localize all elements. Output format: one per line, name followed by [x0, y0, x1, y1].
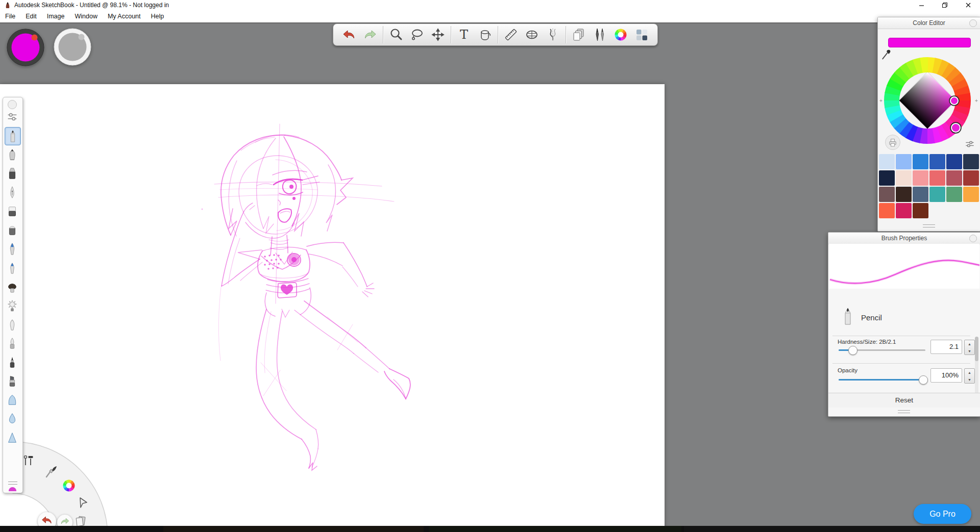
- layers-button[interactable]: [570, 26, 588, 44]
- brush-pencil[interactable]: [5, 127, 21, 145]
- brush-ballpoint-pen[interactable]: [5, 335, 20, 352]
- swatch-r4c3[interactable]: [913, 203, 928, 218]
- zoom-button[interactable]: [387, 26, 405, 44]
- ellipse-guide-button[interactable]: [523, 26, 541, 44]
- swatch-r3c5[interactable]: [946, 187, 962, 202]
- brush-puck[interactable]: [54, 29, 91, 65]
- reset-button[interactable]: Reset: [828, 393, 980, 408]
- printer-icon[interactable]: [885, 135, 900, 150]
- brush-fluffy-brush[interactable]: [5, 278, 20, 295]
- swatch-r2c3[interactable]: [913, 170, 928, 186]
- hardness-slider[interactable]: [839, 349, 925, 351]
- undo-button[interactable]: [340, 26, 358, 44]
- lagoon-cursor-icon[interactable]: [75, 495, 90, 511]
- color-editor-collapse-button[interactable]: [969, 19, 977, 27]
- hardness-label: Hardness/Size: 2B/2.1: [838, 339, 896, 345]
- swatch-r2c1[interactable]: [879, 170, 895, 186]
- brush-inking-pen[interactable]: [5, 184, 20, 201]
- stepper-up-icon[interactable]: ▲: [965, 369, 974, 376]
- swatch-r1c5[interactable]: [946, 154, 962, 169]
- swatch-r1c6[interactable]: [963, 154, 979, 169]
- divider: [832, 363, 970, 364]
- wheel-tick-right: +: [975, 98, 978, 104]
- redo-button[interactable]: [361, 26, 379, 44]
- sketchbook-logo-icon: [4, 2, 11, 9]
- swatch-r1c1[interactable]: [879, 154, 895, 169]
- swatch-r4c1[interactable]: [879, 203, 895, 218]
- brush-soft-eraser[interactable]: [5, 221, 20, 239]
- brush-marker[interactable]: [5, 165, 20, 182]
- brush-properties-resize-grip[interactable]: [898, 410, 910, 413]
- swatch-r2c6[interactable]: [963, 170, 979, 186]
- swatch-r4c2[interactable]: [896, 203, 912, 218]
- drawing-canvas[interactable]: [0, 84, 665, 528]
- brush-fine-liner[interactable]: [5, 353, 20, 371]
- minimize-button[interactable]: [910, 0, 933, 10]
- palette-resize-grip[interactable]: [8, 482, 17, 485]
- brush-flat-wet-brush[interactable]: [5, 240, 20, 258]
- color-sliders-icon[interactable]: [964, 138, 976, 152]
- menu-image[interactable]: Image: [42, 10, 70, 22]
- swatch-r2c2[interactable]: [896, 170, 912, 186]
- swatch-r1c2[interactable]: [896, 154, 912, 169]
- brush-water-blend[interactable]: [5, 410, 20, 427]
- opacity-slider[interactable]: [839, 379, 925, 381]
- opacity-slider-thumb[interactable]: [919, 375, 928, 385]
- saturation-selector[interactable]: [950, 96, 959, 105]
- brush-smudge-brush[interactable]: [5, 316, 20, 333]
- hardness-stepper[interactable]: ▲ ▼: [964, 340, 975, 355]
- restore-button[interactable]: [933, 0, 957, 10]
- brush-properties-collapse-button[interactable]: [969, 235, 977, 242]
- color-editor-resize-grip[interactable]: [923, 224, 935, 227]
- swatch-r3c6[interactable]: [963, 187, 979, 202]
- current-color-swatch[interactable]: [888, 38, 971, 47]
- text-button[interactable]: T: [455, 26, 473, 44]
- go-pro-button[interactable]: Go Pro: [914, 504, 971, 524]
- opacity-stepper[interactable]: ▲ ▼: [964, 368, 975, 384]
- swatch-r2c4[interactable]: [929, 170, 945, 186]
- brushes-button[interactable]: [591, 26, 609, 44]
- swatch-r1c4[interactable]: [929, 154, 945, 169]
- swatch-r3c2[interactable]: [896, 187, 912, 202]
- lagoon-tools-icon[interactable]: [20, 453, 36, 469]
- menu-help[interactable]: Help: [146, 10, 169, 22]
- lagoon-color-wheel-icon[interactable]: [61, 478, 77, 493]
- brush-properties-scrollbar[interactable]: [975, 337, 978, 394]
- swatch-r3c3[interactable]: [913, 187, 928, 202]
- hue-selector[interactable]: [951, 123, 961, 133]
- brush-chisel-marker[interactable]: [5, 372, 20, 390]
- menu-window[interactable]: Window: [69, 10, 102, 22]
- brush-airbrush[interactable]: [5, 146, 20, 163]
- hardness-slider-thumb[interactable]: [848, 346, 857, 355]
- close-button[interactable]: [957, 0, 980, 10]
- stepper-down-icon[interactable]: ▼: [965, 376, 974, 383]
- color-puck[interactable]: [7, 29, 44, 66]
- stepper-up-icon[interactable]: ▲: [965, 340, 974, 347]
- swatch-r3c1[interactable]: [879, 187, 895, 202]
- menu-my-account[interactable]: My Account: [103, 10, 146, 22]
- move-button[interactable]: [429, 26, 447, 44]
- lasso-button[interactable]: [408, 26, 426, 44]
- brush-triangle-smear[interactable]: [5, 429, 20, 446]
- brush-brush-settings[interactable]: [5, 108, 20, 125]
- brush-round-smear[interactable]: [5, 391, 20, 409]
- swatch-r1c3[interactable]: [913, 154, 928, 169]
- swatch-r3c4[interactable]: [929, 187, 945, 202]
- french-curve-button[interactable]: [544, 26, 562, 44]
- fill-bucket-button[interactable]: [476, 26, 494, 44]
- hardness-value-field[interactable]: 2.1: [930, 340, 962, 354]
- menu-file[interactable]: File: [0, 10, 20, 22]
- opacity-value-field[interactable]: 100%: [930, 368, 962, 383]
- color-wheel-button[interactable]: [611, 26, 630, 44]
- lagoon-paintbrush-icon[interactable]: [43, 464, 59, 479]
- title-bar: Autodesk SketchBook - Untitled @ 98.1% -…: [0, 0, 980, 10]
- brush-splatter-brush[interactable]: [5, 297, 20, 314]
- brush-round-wet-brush[interactable]: [5, 259, 20, 276]
- stepper-down-icon[interactable]: ▼: [965, 347, 974, 354]
- swatch-r2c5[interactable]: [946, 170, 962, 186]
- brush-hard-eraser[interactable]: [5, 202, 20, 220]
- menu-edit[interactable]: Edit: [20, 10, 42, 22]
- stroke-preview: [829, 244, 979, 289]
- layer-grid-button[interactable]: [632, 26, 651, 44]
- ruler-button[interactable]: [502, 26, 520, 44]
